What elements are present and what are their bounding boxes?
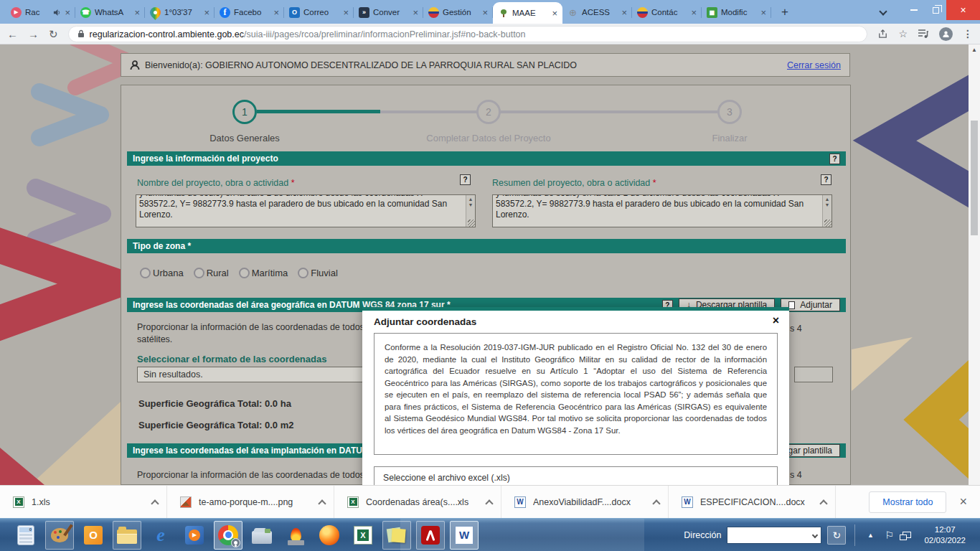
browser-tab[interactable]: ▦ Modific × bbox=[702, 1, 771, 24]
download-item[interactable]: X 1.xls bbox=[0, 486, 167, 518]
downloads-bar-close-icon[interactable]: × bbox=[959, 494, 967, 509]
browser-tab[interactable]: O Correo × bbox=[284, 1, 354, 24]
show-all-downloads-button[interactable]: Mostrar todo bbox=[869, 491, 946, 513]
project-summary-textarea[interactable]: y luminarias de sodio) en la calle 1 de … bbox=[492, 194, 832, 227]
taskbar-scanner-icon[interactable] bbox=[248, 521, 276, 550]
window-close-button[interactable]: × bbox=[946, 0, 980, 20]
help-button[interactable]: ? bbox=[460, 174, 471, 185]
taskbar-internet-explorer-icon[interactable]: e bbox=[146, 521, 175, 550]
restore-button[interactable] bbox=[925, 0, 946, 20]
scroll-down-icon[interactable]: ▼ bbox=[468, 202, 473, 207]
radio-maritima[interactable] bbox=[239, 268, 250, 278]
show-hidden-icons[interactable]: ▲ bbox=[864, 532, 877, 539]
taskbar-firefox-icon[interactable] bbox=[315, 521, 344, 550]
browser-tab[interactable]: 1°03'37 × bbox=[145, 1, 215, 24]
browser-tab[interactable]: » Conver × bbox=[354, 1, 423, 24]
taskbar-burner-icon[interactable] bbox=[281, 521, 310, 550]
action-center-flag-icon[interactable]: ⚐ bbox=[882, 529, 895, 541]
scroll-up-icon[interactable]: ▲ bbox=[468, 197, 473, 202]
zone-radio-group: Urbana Rural Marítima Fluvial bbox=[140, 268, 338, 278]
chevron-up-icon[interactable] bbox=[485, 499, 493, 507]
radio-urbana[interactable] bbox=[140, 268, 151, 278]
profile-avatar[interactable] bbox=[939, 27, 953, 41]
taskbar-sticky-notes-icon[interactable] bbox=[382, 521, 411, 550]
chevron-up-icon[interactable] bbox=[652, 499, 660, 507]
browser-tab[interactable]: ☎ WhatsA × bbox=[75, 1, 145, 24]
help-button[interactable]: ? bbox=[829, 154, 840, 164]
tab-close-icon[interactable]: × bbox=[621, 8, 627, 17]
project-name-textarea[interactable]: y luminarias de sodio) en la calle 1 de … bbox=[136, 194, 476, 227]
tab-close-icon[interactable]: × bbox=[482, 8, 488, 17]
browser-tab[interactable]: ⊕ ACESS × bbox=[562, 1, 632, 24]
menu-kebab-icon[interactable]: ⋮ bbox=[963, 28, 973, 39]
attach-button[interactable]: Adjuntar bbox=[781, 298, 840, 311]
chevron-up-icon[interactable] bbox=[151, 499, 159, 507]
download-item[interactable]: te-amo-porque-m....png bbox=[167, 486, 334, 518]
browser-tab[interactable]: Contác × bbox=[632, 1, 702, 24]
download-item[interactable]: X Coordenadas área(s....xls bbox=[334, 486, 501, 518]
scrollbar-thumb[interactable] bbox=[971, 121, 978, 235]
taskbar-word-icon[interactable]: W bbox=[450, 521, 479, 550]
minimize-button[interactable] bbox=[903, 0, 925, 20]
taskbar-acrobat-icon[interactable] bbox=[416, 521, 445, 550]
radio-rural[interactable] bbox=[194, 268, 204, 278]
side-input-field[interactable] bbox=[794, 367, 833, 382]
tab-close-icon[interactable]: × bbox=[552, 9, 557, 18]
scroll-up-icon[interactable]: ▲ bbox=[825, 197, 830, 202]
media-playlist-icon[interactable] bbox=[918, 29, 929, 39]
tab-close-icon[interactable]: × bbox=[273, 8, 279, 17]
step-circle-3[interactable]: 3 bbox=[717, 100, 742, 124]
speaker-icon[interactable] bbox=[53, 9, 61, 17]
address-input[interactable] bbox=[727, 527, 821, 544]
logout-link[interactable]: Cerrar sesión bbox=[787, 60, 841, 70]
go-refresh-button[interactable]: ↻ bbox=[827, 526, 846, 545]
file-select-field[interactable]: Seleccione el archivo excel (.xls) bbox=[374, 466, 778, 485]
taskbar-paint-icon[interactable] bbox=[45, 521, 74, 550]
tab-close-icon[interactable]: × bbox=[760, 8, 766, 17]
taskbar-chrome-icon[interactable] bbox=[214, 521, 242, 550]
resize-handle[interactable] bbox=[468, 220, 475, 227]
share-icon[interactable] bbox=[877, 29, 888, 39]
chevron-up-icon[interactable] bbox=[819, 499, 827, 507]
tab-close-icon[interactable]: × bbox=[134, 8, 140, 17]
tab-search-chevron-icon[interactable] bbox=[879, 7, 887, 15]
taskbar-file-explorer-icon[interactable] bbox=[113, 521, 141, 550]
address-bar[interactable]: regularizacion-control.ambiente.gob.ec/s… bbox=[68, 26, 868, 42]
tab-close-icon[interactable]: × bbox=[413, 8, 418, 17]
taskbar-outlook-icon[interactable]: O bbox=[79, 521, 108, 550]
radio-fluvial[interactable] bbox=[298, 268, 308, 278]
browser-tab-active[interactable]: MAAE × bbox=[493, 2, 562, 24]
tab-close-icon[interactable]: × bbox=[691, 8, 697, 17]
whatsapp-icon: ☎ bbox=[80, 7, 91, 18]
help-button[interactable]: ? bbox=[821, 174, 831, 185]
page-scrollbar[interactable]: ▲ bbox=[969, 44, 980, 485]
step-circle-2[interactable]: 2 bbox=[476, 100, 501, 124]
tab-close-icon[interactable]: × bbox=[204, 8, 209, 17]
reload-icon[interactable]: ↻ bbox=[49, 29, 58, 39]
download-item[interactable]: W ESPECIFICACION....docx bbox=[669, 486, 836, 518]
resize-handle[interactable] bbox=[824, 220, 831, 227]
scroll-down-icon[interactable]: ▼ bbox=[825, 202, 830, 207]
scrollbar-up-icon[interactable]: ▲ bbox=[969, 44, 980, 55]
step-circle-1[interactable]: 1 bbox=[232, 100, 257, 124]
taskbar-clock[interactable]: 12:07 02/03/2022 bbox=[920, 524, 974, 546]
new-tab-button[interactable]: + bbox=[776, 3, 794, 22]
tab-close-icon[interactable]: × bbox=[343, 8, 349, 17]
download-item[interactable]: W AnexoViabilidadF....docx bbox=[501, 486, 669, 518]
dialog-close-icon[interactable]: × bbox=[773, 314, 779, 327]
bookmark-star-icon[interactable]: ☆ bbox=[898, 28, 908, 39]
taskbar-media-player-icon[interactable]: ▶ bbox=[180, 521, 209, 550]
taskbar-excel-icon[interactable]: X bbox=[349, 521, 377, 550]
chevron-up-icon[interactable] bbox=[318, 499, 326, 507]
network-icon[interactable] bbox=[901, 532, 914, 538]
browser-tab[interactable]: Gestión × bbox=[423, 1, 493, 24]
browser-tab[interactable]: f Facebo × bbox=[215, 1, 284, 24]
taskbar-calculator-icon[interactable]: 0 bbox=[11, 521, 40, 550]
browser-tab[interactable]: ▶ Rac × bbox=[6, 1, 75, 24]
welcome-greeting: Bienvenido(a): bbox=[145, 60, 203, 70]
chevron-down-icon[interactable] bbox=[812, 532, 818, 537]
tab-close-icon[interactable]: × bbox=[65, 8, 70, 17]
back-icon[interactable]: ← bbox=[7, 29, 18, 39]
section-title: Tipo de zona bbox=[133, 241, 185, 251]
forward-icon[interactable]: → bbox=[28, 29, 39, 39]
